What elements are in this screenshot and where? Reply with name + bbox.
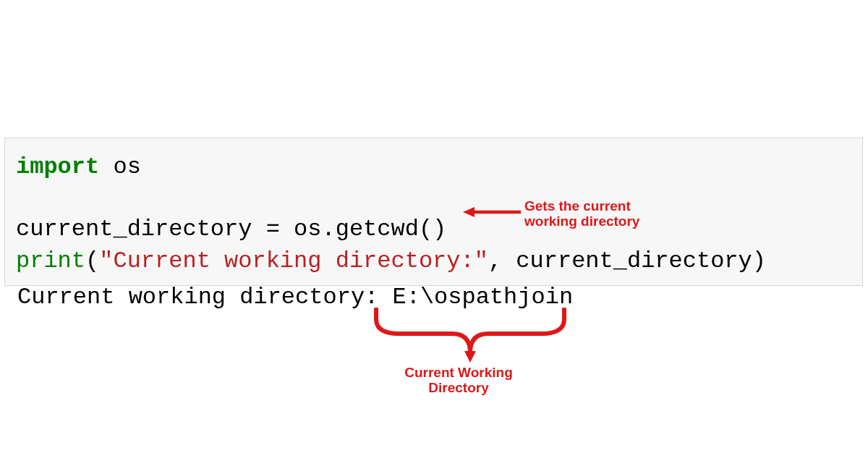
statement-assign: current_directory = os.getcwd(): [16, 216, 446, 242]
code-block: import os current_directory = os.getcwd(…: [4, 138, 863, 286]
code-line-1: import os: [16, 151, 851, 182]
svg-marker-1: [463, 207, 475, 217]
code-blank-line: [16, 182, 851, 214]
code-line-2: current_directory = os.getcwd(): [16, 214, 851, 245]
module-os: os: [99, 153, 141, 180]
annotation-getcwd: Gets the current working directory: [524, 199, 669, 229]
annotation-cwd-line1: Current Working: [404, 365, 513, 380]
code-line-3: print("Current working directory:", curr…: [16, 245, 851, 276]
output-text: Current working directory: E:\ospathjoin: [17, 284, 573, 311]
annotation-getcwd-line2: working directory: [524, 214, 639, 229]
arrow-left-icon: [461, 205, 523, 219]
annotation-cwd-brace: Current Working Directory: [386, 366, 531, 396]
annotation-cwd-line2: Directory: [428, 380, 488, 395]
string-literal: "Current working directory:": [99, 248, 488, 274]
keyword-import: import: [16, 153, 99, 180]
annotation-getcwd-line1: Gets the current: [524, 198, 631, 214]
print-args-rest: , current_directory): [488, 248, 766, 274]
paren-open: (: [85, 248, 99, 274]
curly-brace-icon: [369, 308, 571, 364]
builtin-print: print: [16, 248, 85, 274]
svg-marker-2: [464, 351, 476, 363]
